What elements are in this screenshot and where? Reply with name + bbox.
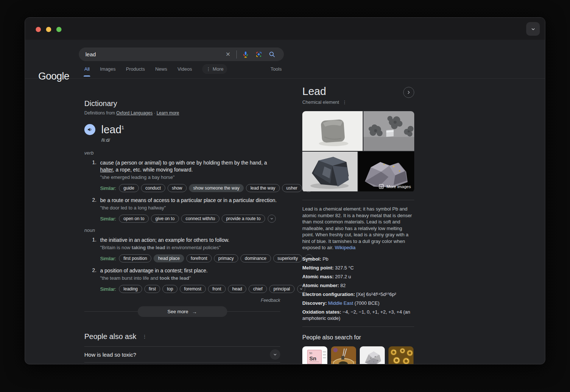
fact-electron-configuration: Electron configuration: [Xe] 6s²4f¹⁴5d¹⁰… — [302, 291, 414, 297]
svg-text:50: 50 — [309, 352, 312, 354]
kp-title: Lead — [302, 86, 326, 98]
kp-image-lead-crystal-clusters[interactable] — [363, 111, 414, 151]
definition-entry: 1. cause (a person or animal) to go with… — [84, 159, 280, 192]
oxford-languages-link[interactable]: Oxford Languages — [116, 110, 153, 116]
paa-menu-button[interactable]: ⋮ — [142, 334, 147, 339]
tab-videos[interactable]: Videos — [177, 63, 192, 77]
chevron-down-icon — [530, 26, 536, 32]
definition-entry: 2. a position of advantage in a contest;… — [84, 267, 280, 293]
search-header: Google ✕ — [25, 40, 545, 79]
tools-button[interactable]: Tools — [271, 66, 282, 72]
search-divider — [236, 50, 237, 59]
definition-text: be a route or means of access to a parti… — [100, 197, 280, 204]
chevron-down-icon — [270, 216, 274, 221]
paa-question-row[interactable]: Is it LED or lead? — [84, 363, 280, 364]
google-lens-button[interactable] — [252, 51, 265, 58]
similar-term-pill[interactable]: head place — [154, 254, 184, 262]
clear-search-button[interactable]: ✕ — [222, 52, 234, 57]
paa-expand-button[interactable] — [270, 349, 280, 360]
halter-link[interactable]: halter — [100, 167, 113, 173]
similar-expand-button[interactable] — [268, 215, 276, 223]
wikipedia-link[interactable]: Wikipedia — [335, 245, 355, 250]
similar-term-pill[interactable]: first — [144, 285, 160, 293]
see-more-container: See more → — [84, 306, 280, 317]
similar-pills: first positionhead placeforefrontprimacy… — [119, 254, 302, 262]
similar-term-pill[interactable]: forefront — [186, 254, 212, 262]
close-button[interactable] — [36, 27, 41, 32]
similar-term-pill[interactable]: first position — [119, 254, 151, 262]
similar-term-pill[interactable]: chief — [249, 285, 267, 293]
similar-row: Similar: guideconductshowshow someone th… — [100, 184, 280, 192]
similar-term-pill[interactable]: leading — [119, 285, 142, 293]
learn-more-link[interactable]: Learn more — [156, 110, 179, 116]
similar-term-pill[interactable]: primacy — [214, 254, 238, 262]
search-input[interactable] — [85, 51, 222, 57]
definition-text: a position of advantage in a contest; fi… — [100, 267, 280, 274]
kp-menu-button[interactable]: ⋮ — [342, 100, 347, 105]
search-submit-button[interactable] — [265, 51, 279, 58]
tab-news[interactable]: News — [155, 63, 167, 77]
dictionary-feedback-link[interactable]: Feedback — [84, 298, 280, 303]
paa-question-row[interactable]: How is lead so toxic? — [84, 347, 280, 363]
similar-term-pill[interactable]: dominance — [240, 254, 271, 262]
pasf-thumb-tin-element-card[interactable]: 50 Sn — [302, 346, 327, 365]
example-text: "she emerged leading a bay horse" — [100, 174, 280, 181]
similar-row: Similar: open on togive on toconnect wit… — [100, 215, 280, 223]
people-also-search-thumbs: 50 Sn — [302, 346, 414, 365]
see-more-button[interactable]: See more → — [138, 306, 227, 317]
definition-number: 2. — [90, 197, 96, 223]
tab-all[interactable]: All — [84, 63, 89, 77]
kp-image-lead-metal-chunk[interactable] — [302, 152, 358, 191]
similar-term-pill[interactable]: foremost — [180, 285, 206, 293]
pasf-thumb-molten-metal-dish[interactable] — [331, 346, 356, 365]
kp-image-lead-metal-cube[interactable] — [302, 111, 363, 151]
pronunciation: /liːd/ — [101, 137, 280, 143]
pasf-thumb-antimony-ore[interactable] — [360, 346, 385, 365]
voice-search-button[interactable] — [239, 51, 252, 58]
definition-entry: 1. the initiative in an action; an examp… — [84, 237, 280, 262]
tab-more[interactable]: ⋮More — [202, 64, 227, 74]
tab-products[interactable]: Products — [126, 63, 145, 77]
similar-term-pill[interactable]: front — [208, 285, 226, 293]
minimize-button[interactable] — [46, 27, 51, 32]
similar-term-pill[interactable]: lead the way — [246, 184, 279, 192]
similar-term-pill[interactable]: superiority — [273, 254, 302, 262]
definition-text: the initiative in an action; an example … — [100, 237, 280, 244]
similar-term-pill[interactable]: principal — [269, 285, 295, 293]
similar-term-pill[interactable]: connect with/to — [181, 215, 219, 223]
similar-row: Similar: leadingfirsttopforemostfronthea… — [100, 285, 280, 293]
people-also-ask-section: People also ask ⋮ How is lead so toxic? … — [84, 332, 280, 364]
similar-pills: guideconductshowshow someone the waylead… — [119, 184, 302, 192]
search-box: ✕ — [79, 47, 284, 61]
more-images-button[interactable]: More images — [379, 184, 411, 189]
similar-term-pill[interactable]: give on to — [151, 215, 179, 223]
maximize-button[interactable] — [56, 27, 61, 32]
example-text: "Britain is now taking the lead in envir… — [100, 244, 280, 251]
middle-east-link[interactable]: Middle East — [328, 300, 353, 306]
divider — [302, 326, 414, 327]
definition-number: 1. — [90, 159, 96, 192]
similar-label: Similar: — [100, 186, 116, 191]
speaker-icon — [87, 127, 93, 133]
fact-atomic-number: Atomic number: 82 — [302, 282, 414, 289]
tab-images[interactable]: Images — [100, 63, 116, 77]
browser-window: Google ✕ — [25, 17, 545, 364]
pasf-thumb-brass-fittings[interactable] — [388, 346, 414, 365]
similar-term-pill[interactable]: top — [162, 285, 177, 293]
dictionary-heading: Dictionary — [84, 99, 280, 108]
mic-icon — [242, 51, 249, 58]
similar-term-pill[interactable]: guide — [119, 184, 138, 192]
similar-term-pill[interactable]: show — [168, 184, 187, 192]
similar-term-pill[interactable]: usher — [282, 184, 302, 192]
window-chevron-button[interactable] — [526, 22, 540, 36]
google-logo[interactable]: Google — [38, 71, 69, 82]
similar-term-pill[interactable]: head — [228, 285, 247, 293]
kp-expand-button[interactable] — [403, 87, 414, 98]
similar-pills: leadingfirsttopforemostfrontheadchiefpri… — [119, 285, 294, 293]
kebab-icon: ⋮ — [142, 334, 147, 339]
similar-term-pill[interactable]: provide a route to — [222, 215, 265, 223]
pronounce-button[interactable] — [84, 124, 95, 135]
similar-term-pill[interactable]: show someone the way — [189, 184, 244, 192]
similar-term-pill[interactable]: conduct — [141, 184, 165, 192]
similar-term-pill[interactable]: open on to — [119, 215, 149, 223]
